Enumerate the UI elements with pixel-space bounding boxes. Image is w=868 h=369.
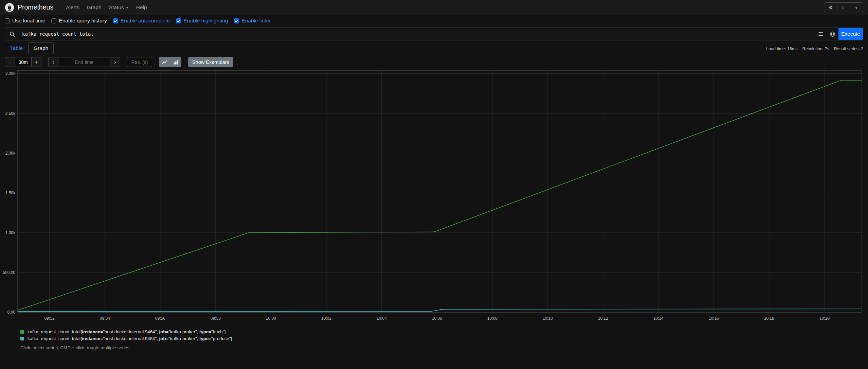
svg-text:10:08: 10:08 (487, 316, 498, 321)
end-time-input[interactable] (58, 57, 110, 67)
option-enable-autocomplete[interactable]: Enable autocomplete (113, 18, 170, 24)
moon-icon[interactable]: ☾ (837, 3, 850, 12)
svg-text:09:52: 09:52 (44, 316, 55, 321)
gear-icon[interactable]: ⚙ (824, 3, 837, 12)
legend-label: kafka_request_count_total{instance="host… (28, 336, 232, 341)
contrast-icon[interactable]: ◐ (850, 3, 863, 12)
theme-toggle-group: ⚙☾◐ (824, 2, 863, 12)
svg-text:10:10: 10:10 (543, 316, 553, 321)
stacked-chart-icon (173, 59, 179, 65)
stat: Resolution: 7s (802, 47, 829, 51)
tabs-band: TableGraph Load time: 16msResolution: 7s… (5, 42, 863, 54)
resolution-input[interactable] (127, 57, 152, 67)
range-decrease-button[interactable]: − (5, 57, 15, 67)
option-label: Enable linter (241, 18, 271, 24)
legend: kafka_request_count_total{instance="host… (20, 329, 868, 341)
prometheus-logo-icon (5, 3, 14, 12)
end-time-group: ‹ › (48, 57, 120, 67)
option-label: Enable autocomplete (121, 18, 170, 24)
line-chart-button[interactable] (159, 57, 170, 67)
checkbox-icon (5, 18, 10, 23)
query-bar: Execute (5, 28, 863, 40)
legend-item[interactable]: kafka_request_count_total{instance="host… (20, 329, 868, 334)
stacked-chart-button[interactable] (170, 57, 181, 67)
query-input[interactable] (19, 28, 814, 40)
brand-title: Prometheus (18, 3, 53, 11)
time-forward-button[interactable]: › (110, 57, 120, 67)
svg-text:10:06: 10:06 (432, 316, 442, 321)
svg-text:2.50k: 2.50k (5, 111, 16, 116)
option-label: Enable highlighting (183, 18, 228, 24)
stat: Load time: 16ms (766, 47, 797, 51)
svg-text:10:16: 10:16 (709, 316, 719, 321)
option-label: Enable query history (59, 18, 107, 24)
svg-text:1.00k: 1.00k (5, 230, 16, 235)
tab-graph[interactable]: Graph (28, 42, 54, 54)
svg-text:10:12: 10:12 (598, 316, 608, 321)
range-group: − + (5, 57, 41, 67)
tab-table[interactable]: Table (5, 42, 28, 54)
svg-text:09:58: 09:58 (211, 316, 221, 321)
svg-text:10:20: 10:20 (819, 316, 830, 321)
svg-text:3.00k: 3.00k (5, 71, 16, 76)
search-icon (5, 28, 19, 40)
option-enable-query-history[interactable]: Enable query history (51, 18, 107, 24)
time-back-button[interactable]: ‹ (48, 57, 58, 67)
nav-item-graph[interactable]: Graph (83, 2, 105, 13)
option-use-local-time[interactable]: Use local time (5, 18, 45, 24)
svg-text:1.50k: 1.50k (5, 191, 16, 195)
legend-hint: Click: select series, CMD + click: toggl… (20, 345, 868, 350)
metrics-explorer-icon[interactable] (814, 28, 826, 40)
option-enable-highlighting[interactable]: Enable highlighting (176, 18, 228, 24)
graph-controls: − + ‹ › Show Exemplars (5, 57, 863, 67)
svg-text:2.00k: 2.00k (5, 151, 16, 156)
brand[interactable]: Prometheus (5, 3, 53, 12)
checkbox-icon (176, 18, 181, 23)
series-color-swatch (20, 330, 24, 334)
nav-item-help[interactable]: Help (132, 2, 151, 13)
main-nav: AlertsGraphStatusHelp (62, 2, 151, 13)
tabs: TableGraph (5, 42, 54, 54)
option-label: Use local time (12, 18, 45, 24)
svg-text:10:00: 10:00 (266, 316, 276, 321)
legend-item[interactable]: kafka_request_count_total{instance="host… (20, 336, 868, 341)
option-enable-linter[interactable]: Enable linter (234, 18, 271, 24)
series-color-swatch (20, 337, 24, 340)
show-exemplars-button[interactable]: Show Exemplars (188, 57, 233, 67)
checkbox-icon (234, 18, 239, 23)
chart-type-group (159, 57, 181, 67)
legend-label: kafka_request_count_total{instance="host… (28, 329, 226, 334)
svg-text:10:04: 10:04 (377, 316, 387, 321)
line-chart-icon (162, 59, 167, 65)
chart-panel: 0.00500.001.00k1.50k2.00k2.50k3.00k09:52… (0, 69, 868, 324)
checkbox-icon (113, 18, 118, 23)
nav-item-alerts[interactable]: Alerts (62, 2, 83, 13)
svg-text:10:14: 10:14 (653, 316, 664, 321)
range-input[interactable] (15, 57, 31, 67)
navbar: Prometheus AlertsGraphStatusHelp ⚙☾◐ (0, 0, 868, 15)
svg-text:09:56: 09:56 (155, 316, 165, 321)
nav-item-status[interactable]: Status (105, 2, 132, 13)
stat: Result series: 2 (834, 47, 863, 51)
options-row: Use local timeEnable query historyEnable… (0, 15, 868, 27)
query-stats: Load time: 16msResolution: 7sResult seri… (766, 47, 863, 54)
svg-text:500.00: 500.00 (3, 270, 15, 275)
execute-button[interactable]: Execute (838, 28, 863, 40)
svg-text:10:18: 10:18 (764, 316, 774, 321)
range-increase-button[interactable]: + (31, 57, 41, 67)
svg-text:10:02: 10:02 (321, 316, 331, 321)
caret-down-icon (126, 7, 129, 8)
svg-text:09:54: 09:54 (100, 316, 110, 321)
svg-text:0.00: 0.00 (7, 310, 16, 315)
chart-svg[interactable]: 0.00500.001.00k1.50k2.00k2.50k3.00k09:52… (0, 69, 865, 324)
globe-icon[interactable] (826, 28, 838, 40)
checkbox-icon (51, 18, 56, 23)
